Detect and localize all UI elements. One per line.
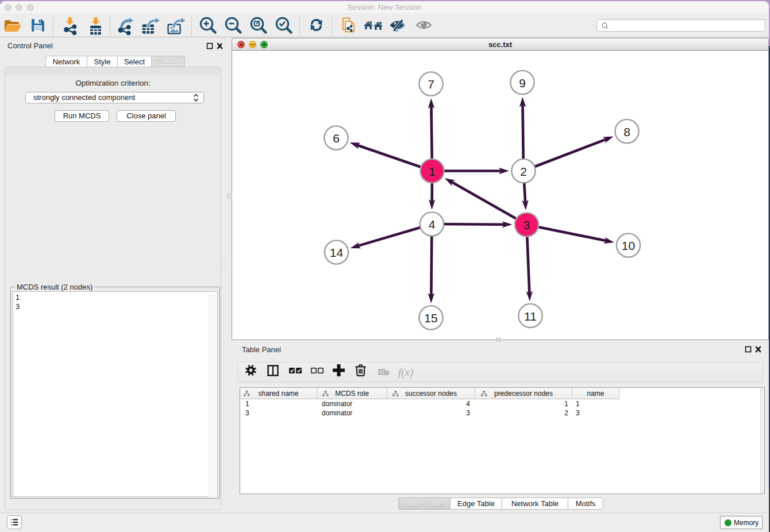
svg-text:8: 8 bbox=[623, 125, 630, 138]
svg-text:4: 4 bbox=[429, 218, 436, 231]
svg-text:10: 10 bbox=[622, 239, 635, 252]
svg-text:7: 7 bbox=[428, 78, 434, 91]
svg-text:11: 11 bbox=[524, 310, 537, 323]
svg-text:9: 9 bbox=[519, 76, 526, 90]
svg-text:1: 1 bbox=[429, 165, 436, 178]
svg-text:2: 2 bbox=[520, 165, 527, 178]
svg-text:15: 15 bbox=[424, 311, 437, 325]
svg-text:6: 6 bbox=[333, 132, 340, 145]
svg-text:3: 3 bbox=[523, 218, 530, 232]
svg-text:14: 14 bbox=[330, 246, 344, 259]
